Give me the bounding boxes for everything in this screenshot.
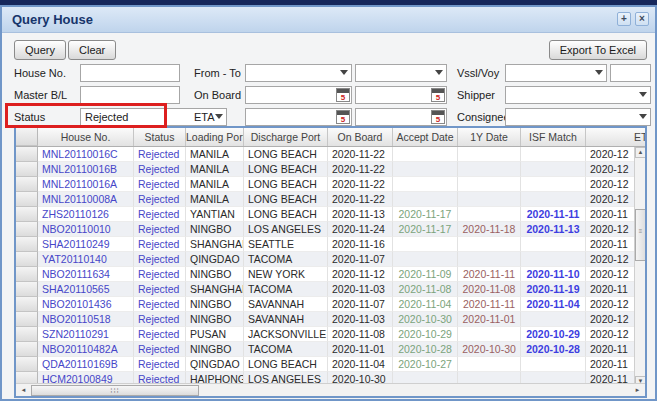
table-row[interactable]: QDA20110169BRejectedQINGDAOLONG BEACH202… xyxy=(16,357,645,372)
column-header[interactable]: House No. xyxy=(38,128,134,146)
cell-house-no[interactable]: QDA20110169B xyxy=(38,357,134,372)
cell-house-no[interactable]: YAT20110140 xyxy=(38,252,134,267)
thumb-grip-icon: ≡ xyxy=(636,230,645,233)
cell-house-no[interactable]: SHA20110249 xyxy=(38,237,134,252)
row-selector-cell[interactable] xyxy=(16,282,38,297)
export-to-excel-button[interactable]: Export To Excel xyxy=(549,40,647,60)
cell-house-no[interactable]: NBO20110482A xyxy=(38,342,134,357)
row-selector-cell[interactable] xyxy=(16,267,38,282)
calendar-icon[interactable]: 5 xyxy=(431,88,445,102)
cell-house-no[interactable]: SHA20110565 xyxy=(38,282,134,297)
cell-house-no[interactable]: NBO20110010 xyxy=(38,222,134,237)
table-row[interactable]: ZHS20110126RejectedYANTIANLONG BEACH2020… xyxy=(16,207,645,222)
table-row[interactable]: MNL20110008ARejectedMANILALONG BEACH2020… xyxy=(16,192,645,207)
column-header[interactable]: Status xyxy=(134,128,186,146)
eta-from-date-input[interactable]: 5 xyxy=(245,108,352,126)
cell-isf-match xyxy=(521,252,586,267)
cell-loading-port: NINGBO xyxy=(186,222,244,237)
master-bl-input[interactable] xyxy=(80,86,180,104)
consignee-select[interactable] xyxy=(505,108,651,126)
column-header[interactable]: Loading Port xyxy=(186,128,244,146)
table-row[interactable]: YAT20110140RejectedQINGDAOTACOMA2020-11-… xyxy=(16,252,645,267)
cell-loading-port: MANILA xyxy=(186,192,244,207)
row-selector-cell[interactable] xyxy=(16,162,38,177)
from-port-select[interactable] xyxy=(245,64,352,82)
cell-status: Rejected xyxy=(134,237,186,252)
cell-house-no[interactable]: MNL20110016C xyxy=(38,147,134,162)
calendar-icon[interactable]: 5 xyxy=(336,88,350,102)
table-row[interactable]: NBO20111634RejectedNINGBONEW YORK2020-11… xyxy=(16,267,645,282)
horizontal-scroll-thumb[interactable]: ⁞⁞⁞ xyxy=(31,385,199,396)
horizontal-scrollbar[interactable]: ◄ ⁞⁞⁞ ► xyxy=(16,383,645,396)
chevron-down-icon xyxy=(340,70,348,75)
row-selector-cell[interactable] xyxy=(16,297,38,312)
eta-to-date-input[interactable]: 5 xyxy=(355,108,447,126)
to-port-select[interactable] xyxy=(355,64,447,82)
table-row[interactable]: NBO20110010RejectedNINGBOLOS ANGELES2020… xyxy=(16,222,645,237)
row-selector-cell[interactable] xyxy=(16,252,38,267)
row-selector-cell[interactable] xyxy=(16,147,38,162)
table-row[interactable]: MNL20110016CRejectedMANILALONG BEACH2020… xyxy=(16,147,645,162)
cell-house-no[interactable]: NBO20110518 xyxy=(38,312,134,327)
scroll-up-icon[interactable]: ▲ xyxy=(635,147,646,158)
cell-house-no[interactable]: MNL20110008A xyxy=(38,192,134,207)
table-row[interactable]: MNL20110016BRejectedMANILALONG BEACH2020… xyxy=(16,162,645,177)
cell-isf-match xyxy=(521,147,586,162)
table-row[interactable]: NBO20110482ARejectedNINGBOTACOMA2020-11-… xyxy=(16,342,645,357)
row-selector-cell[interactable] xyxy=(16,237,38,252)
cell-discharge-port: JACKSONVILLE xyxy=(244,327,328,342)
query-button[interactable]: Query xyxy=(14,40,66,60)
on-board-to-date-input[interactable]: 5 xyxy=(355,86,447,104)
table-row[interactable]: NBO20101436RejectedNINGBOSAVANNAH2020-11… xyxy=(16,297,645,312)
row-selector-cell[interactable] xyxy=(16,207,38,222)
scroll-left-icon[interactable]: ◄ xyxy=(18,385,29,396)
scroll-right-icon[interactable]: ► xyxy=(632,385,643,396)
cell-isf-match xyxy=(521,162,586,177)
select-all-cell[interactable] xyxy=(16,128,38,146)
cell-house-no[interactable]: NBO20101436 xyxy=(38,297,134,312)
row-selector-cell[interactable] xyxy=(16,192,38,207)
calendar-icon[interactable]: 5 xyxy=(336,110,350,124)
table-row[interactable]: SHA20110565RejectedSHANGHAITACOMA2020-11… xyxy=(16,282,645,297)
cell-discharge-port: LONG BEACH xyxy=(244,207,328,222)
cell-house-no[interactable]: MNL20110016B xyxy=(38,162,134,177)
cell-house-no[interactable]: ZHS20110126 xyxy=(38,207,134,222)
vertical-scrollbar[interactable]: ▲ ≡ ▼ xyxy=(634,147,645,387)
cell-y1-date xyxy=(458,207,521,222)
column-header[interactable]: ETA Date xyxy=(586,128,647,146)
table-row[interactable]: MNL20110016ARejectedMANILALONG BEACH2020… xyxy=(16,177,645,192)
cell-house-no[interactable]: NBO20111634 xyxy=(38,267,134,282)
row-selector-cell[interactable] xyxy=(16,342,38,357)
close-icon[interactable]: × xyxy=(635,12,649,26)
table-row[interactable]: NBO20110518RejectedNINGBOSAVANNAH2020-11… xyxy=(16,312,645,327)
house-no-input[interactable] xyxy=(80,64,180,82)
column-header[interactable]: On Board xyxy=(328,128,393,146)
column-header[interactable]: Discharge Port xyxy=(244,128,328,146)
row-selector-cell[interactable] xyxy=(16,177,38,192)
row-selector-cell[interactable] xyxy=(16,357,38,372)
cell-on-board: 2020-11-22 xyxy=(328,177,393,192)
shipper-select[interactable] xyxy=(505,86,651,104)
cell-loading-port: MANILA xyxy=(186,162,244,177)
table-row[interactable]: SHA20110249RejectedSHANGHAISEATTLE2020-1… xyxy=(16,237,645,252)
vessel-select[interactable] xyxy=(505,64,607,82)
table-row[interactable]: SZN20110291RejectedPUSANJACKSONVILLE2020… xyxy=(16,327,645,342)
column-header[interactable]: Accept Date xyxy=(393,128,458,146)
cell-house-no[interactable]: MNL20110016A xyxy=(38,177,134,192)
on-board-from-date-input[interactable]: 5 xyxy=(245,86,352,104)
voyage-input[interactable] xyxy=(610,64,651,82)
vertical-scroll-thumb[interactable]: ≡ xyxy=(635,209,646,261)
column-header[interactable]: 1Y Date xyxy=(458,128,521,146)
maximize-icon[interactable]: + xyxy=(617,12,631,26)
column-header[interactable]: ISF Match xyxy=(521,128,586,146)
row-selector-cell[interactable] xyxy=(16,312,38,327)
cell-discharge-port: SAVANNAH xyxy=(244,312,328,327)
calendar-icon[interactable]: 5 xyxy=(431,110,445,124)
cell-loading-port: NINGBO xyxy=(186,312,244,327)
cell-status: Rejected xyxy=(134,177,186,192)
cell-y1-date: 2020-11-01 xyxy=(458,312,521,327)
row-selector-cell[interactable] xyxy=(16,222,38,237)
cell-house-no[interactable]: SZN20110291 xyxy=(38,327,134,342)
row-selector-cell[interactable] xyxy=(16,327,38,342)
clear-button[interactable]: Clear xyxy=(68,40,116,60)
